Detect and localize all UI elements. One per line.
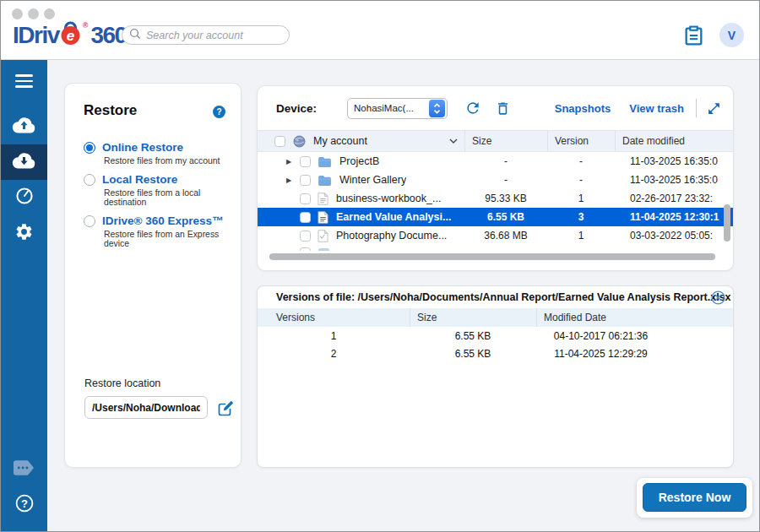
file-date: 03-03-2022 05:05: xyxy=(615,230,733,242)
column-header-date[interactable]: Date modified xyxy=(615,131,733,151)
option-label: IDrive® 360 Express™ xyxy=(102,214,224,227)
file-version: 3 xyxy=(547,211,615,223)
minimize-window-button[interactable] xyxy=(28,8,39,19)
table-row[interactable]: Photography Docume... 36.68 MB 1 03-03-2… xyxy=(258,226,733,245)
restore-now-button[interactable]: Restore Now xyxy=(643,483,746,512)
sidebar-menu-button[interactable] xyxy=(1,65,47,97)
cloud-download-icon xyxy=(12,152,36,173)
question-icon[interactable]: ? xyxy=(213,106,225,118)
version-row[interactable]: 1 6.55 KB 04-10-2017 06:21:36 xyxy=(258,327,733,345)
restore-panel: Restore ? Online Restore Restore files f… xyxy=(64,83,242,468)
search-input[interactable] xyxy=(146,30,282,41)
cloud-upload-icon xyxy=(12,117,36,138)
radio-local-restore[interactable] xyxy=(84,174,95,186)
sidebar-item-settings[interactable] xyxy=(1,215,47,251)
history-icon xyxy=(14,186,35,209)
restore-location-input[interactable] xyxy=(84,396,208,419)
option-label: Online Restore xyxy=(102,141,183,154)
trash-icon[interactable] xyxy=(495,100,511,117)
file-size: - xyxy=(464,155,547,167)
sidebar-item-help[interactable]: ? xyxy=(1,487,47,523)
top-bar: IDriv e ® 360 V xyxy=(1,1,759,60)
table-row[interactable]: ▶ Winter Gallery - - 11-03-2025 16:35:0 xyxy=(258,171,733,189)
chevron-down-icon[interactable] xyxy=(449,138,458,144)
window-controls[interactable] xyxy=(12,8,55,19)
device-select[interactable]: NohasiMac(... xyxy=(347,98,448,119)
svg-text:e: e xyxy=(67,28,74,44)
sidebar-item-backup[interactable] xyxy=(1,109,47,144)
vertical-scrollbar[interactable] xyxy=(724,204,730,242)
app-window: IDriv e ® 360 V xyxy=(0,0,760,532)
toolbar-divider xyxy=(696,99,697,117)
expander-icon[interactable]: ▶ xyxy=(286,158,300,166)
versions-title: Versions of file: /Users/Noha/Documents/… xyxy=(276,291,733,303)
file-icon xyxy=(318,230,328,242)
edit-icon[interactable] xyxy=(217,399,235,421)
view-trash-link[interactable]: View trash xyxy=(629,102,684,115)
row-checkbox[interactable] xyxy=(300,193,311,204)
column-header-version[interactable]: Version xyxy=(547,131,615,151)
file-name: Winter Gallery xyxy=(339,174,406,186)
file-size: 36.68 MB xyxy=(464,230,547,242)
expander-icon[interactable]: ▶ xyxy=(286,176,300,184)
row-checkbox[interactable] xyxy=(300,212,311,223)
file-date: 11-03-2025 16:35:0 xyxy=(615,174,733,186)
radio-express-restore[interactable] xyxy=(84,215,95,227)
device-select-value: NohasiMac(... xyxy=(348,103,429,113)
table-row[interactable]: ▶ ProjectB - - 11-03-2025 16:35:0 xyxy=(258,152,733,171)
modified-column-header: Modified Date xyxy=(536,308,733,327)
option-label: Local Restore xyxy=(102,173,177,186)
file-date: 11-03-2025 16:35:0 xyxy=(615,155,733,167)
refresh-icon[interactable] xyxy=(464,100,481,117)
menu-icon xyxy=(15,74,33,88)
file-icon xyxy=(318,211,328,224)
horizontal-scrollbar[interactable] xyxy=(269,253,715,260)
svg-text:?: ? xyxy=(21,497,28,510)
device-toolbar: Device: NohasiMac(... Snapshots View tra… xyxy=(258,86,733,130)
table-row[interactable]: business-workbook_... 95.33 KB 1 02-26-2… xyxy=(258,189,733,208)
row-checkbox[interactable] xyxy=(300,156,311,167)
close-window-button[interactable] xyxy=(12,8,23,19)
option-desc: Restore files from my account xyxy=(104,156,234,166)
report-icon[interactable] xyxy=(683,24,704,50)
partial-row xyxy=(258,245,733,251)
file-name: business-workbook_... xyxy=(336,193,441,204)
local-restore-radio-row[interactable]: Local Restore xyxy=(84,173,234,186)
snapshots-link[interactable]: Snapshots xyxy=(555,102,611,115)
row-checkbox[interactable] xyxy=(300,175,311,186)
option-desc: Restore files from an Express device xyxy=(104,230,234,248)
row-checkbox[interactable] xyxy=(300,231,311,242)
restore-now-container: Restore Now xyxy=(637,478,752,518)
radio-online-restore[interactable] xyxy=(84,142,95,154)
globe-icon xyxy=(293,135,306,148)
expand-icon[interactable] xyxy=(707,101,721,116)
lock-e-icon: e xyxy=(59,19,82,49)
column-header-size[interactable]: Size xyxy=(464,131,547,151)
file-browser-panel: Device: NohasiMac(... Snapshots View tra… xyxy=(257,85,734,271)
version-number: 2 xyxy=(258,348,410,360)
table-row-selected[interactable]: Earned Value Analysi... 6.55 KB 3 11-04-… xyxy=(258,208,733,226)
zoom-window-button[interactable] xyxy=(44,8,55,19)
select-all-checkbox[interactable] xyxy=(274,136,285,147)
sidebar-item-feedback[interactable] xyxy=(1,452,47,487)
versions-column-header: Versions xyxy=(258,308,410,327)
sidebar-item-restore[interactable] xyxy=(1,144,47,180)
folder-icon xyxy=(318,175,332,186)
file-icon xyxy=(318,193,328,205)
file-date: 11-04-2025 12:30:1 xyxy=(615,211,733,223)
option-local-restore: Local Restore Restore files from a local… xyxy=(84,173,234,207)
online-restore-radio-row[interactable]: Online Restore xyxy=(84,141,234,154)
user-avatar[interactable]: V xyxy=(719,23,744,47)
version-size: 6.55 KB xyxy=(410,330,536,342)
search-icon xyxy=(129,28,141,43)
close-icon[interactable] xyxy=(711,290,725,305)
sidebar-item-activity[interactable] xyxy=(1,180,47,215)
sidebar: ? xyxy=(1,60,47,532)
express-restore-radio-row[interactable]: IDrive® 360 Express™ xyxy=(84,214,234,227)
version-row[interactable]: 2 6.55 KB 11-04-2025 12:29:29 xyxy=(258,345,733,362)
root-node-label[interactable]: My account xyxy=(313,135,367,147)
file-name: Photography Docume... xyxy=(336,230,447,242)
logo-text-idriv: IDriv xyxy=(13,23,59,48)
option-online-restore: Online Restore Restore files from my acc… xyxy=(84,141,234,166)
main-content: Restore ? Online Restore Restore files f… xyxy=(47,60,760,532)
